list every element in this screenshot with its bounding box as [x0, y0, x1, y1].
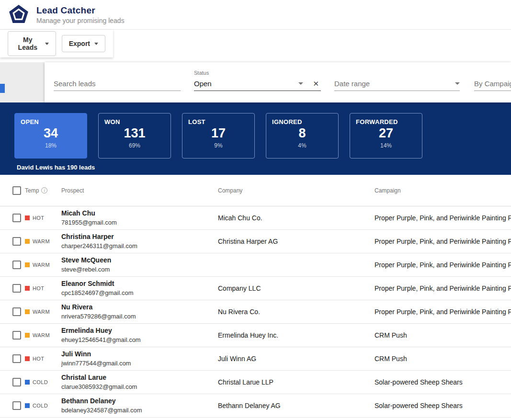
filter-strip: Status Open ✕ Date range — [0, 62, 511, 102]
toolbar-filter-zone: My Leads Export Status — [0, 30, 511, 102]
search-field — [54, 62, 181, 102]
lead-campaign: Solar-powered Sheep Shears — [375, 378, 511, 386]
chevron-down-icon — [45, 43, 49, 45]
stat-card[interactable]: OPEN 34 18% — [14, 113, 87, 159]
row-checkbox[interactable] — [12, 378, 21, 386]
lead-campaign: Proper Purple, Pink, and Periwinkle Pain… — [375, 238, 511, 245]
table-header-row: Temp i Prospect Company Campaign — [0, 175, 511, 206]
table-row[interactable]: WARM Christina Harper charper246311@gmai… — [0, 230, 511, 253]
my-leads-button[interactable]: My Leads — [8, 31, 56, 56]
lead-name: Christina Harper — [61, 232, 218, 242]
lead-company: Nu Rivera Co. — [218, 308, 375, 316]
lead-name: Steve McQueen — [61, 256, 218, 265]
table-row[interactable]: HOT Micah Chu 781955@gmail.com Micah Chu… — [0, 206, 511, 230]
row-checkbox[interactable] — [12, 237, 21, 246]
lead-name: Juli Winn — [61, 350, 218, 359]
stat-label: LOST — [188, 118, 249, 125]
lead-campaign: Solar-powered Sheep Shears — [375, 402, 511, 409]
temp-swatch-icon — [25, 239, 30, 244]
toolbar: My Leads Export — [0, 30, 113, 57]
status-select[interactable]: Open ✕ — [194, 77, 321, 91]
temp-label: COLD — [33, 403, 48, 409]
lead-campaign: Proper Purple, Pink, and Periwinkle Pain… — [375, 308, 511, 316]
status-label: Status — [194, 70, 321, 77]
app-titles: Lead Catcher Manage your promising leads — [36, 5, 125, 24]
campaign-filter-field: By Campaign — [474, 62, 511, 102]
lead-email: charper246311@gmail.com — [61, 242, 218, 250]
temp-swatch-icon — [25, 309, 30, 314]
lead-email: ehuey12546541@gmail.com — [61, 336, 218, 344]
lead-email: steve@rebel.com — [61, 265, 218, 274]
lead-company: Juli Winn AG — [218, 355, 375, 363]
temp-swatch-icon — [25, 286, 30, 291]
table-row[interactable]: WARM Nu Rivera nrivera579286@gmail.com N… — [0, 300, 511, 324]
stat-card[interactable]: IGNORED 8 4% — [266, 113, 339, 159]
temp-header: Temp — [25, 187, 39, 194]
stat-count: 27 — [356, 126, 416, 141]
date-range-field: Date range — [334, 62, 460, 102]
stat-count: 131 — [104, 126, 165, 141]
temp-label: WARM — [33, 238, 50, 244]
lead-company: Micah Chu Co. — [218, 214, 375, 222]
table-row[interactable]: WARM Ermelinda Huey ehuey12546541@gmail.… — [0, 324, 511, 347]
lead-name: Nu Rivera — [61, 303, 218, 312]
page-title: Lead Catcher — [36, 5, 125, 16]
temp-swatch-icon — [25, 380, 30, 385]
my-leads-label: My Leads — [15, 36, 41, 51]
lead-email: nrivera579286@gmail.com — [61, 312, 218, 321]
lead-name: Eleanor Schmidt — [61, 279, 218, 289]
lead-name: Ermelinda Huey — [61, 326, 218, 336]
filter-card: Status Open ✕ Date range — [45, 62, 511, 102]
leads-table: Temp i Prospect Company Campaign HOT Mic… — [0, 175, 511, 418]
lead-name: Christal Larue — [61, 373, 218, 383]
chevron-down-icon — [94, 43, 98, 45]
row-checkbox[interactable] — [12, 214, 21, 222]
lead-email: 781955@gmail.com — [61, 218, 218, 227]
status-field: Status Open ✕ — [194, 62, 321, 102]
temp-label: WARM — [33, 309, 50, 315]
table-row[interactable]: WARM Steve McQueen steve@rebel.com Prope… — [0, 253, 511, 277]
search-input[interactable] — [54, 79, 181, 88]
lead-campaign: CRM Push — [375, 355, 511, 363]
stat-percent: 69% — [104, 142, 165, 149]
stat-count: 17 — [188, 126, 249, 141]
lead-campaign: CRM Push — [375, 331, 511, 339]
lead-rows: HOT Micah Chu 781955@gmail.com Micah Chu… — [0, 206, 511, 418]
edge-blue-marker — [0, 84, 5, 93]
stat-label: WON — [104, 118, 165, 125]
table-row[interactable]: COLD Bethann Delaney bdelaney324587@gmai… — [0, 394, 511, 418]
table-row[interactable]: HOT Juli Winn jwinn777544@gmail.com Juli… — [0, 347, 511, 371]
temp-label: WARM — [33, 262, 50, 268]
temp-swatch-icon — [25, 403, 30, 408]
row-checkbox[interactable] — [12, 307, 21, 316]
row-checkbox[interactable] — [12, 261, 21, 269]
temp-label: COLD — [33, 379, 48, 385]
table-row[interactable]: COLD Christal Larue clarue3085932@gmail.… — [0, 371, 511, 394]
stat-card[interactable]: WON 131 69% — [98, 113, 171, 159]
stats-cards: OPEN 34 18% WON 131 69% LOST 17 9% IGNOR… — [14, 113, 497, 159]
row-checkbox[interactable] — [12, 331, 21, 340]
stat-percent: 14% — [356, 142, 416, 149]
table-row[interactable]: HOT Eleanor Schmidt cpc18524697@gmail.co… — [0, 277, 511, 300]
row-checkbox[interactable] — [12, 354, 21, 363]
stat-percent: 18% — [21, 142, 81, 149]
stat-card[interactable]: LOST 17 9% — [182, 113, 255, 159]
info-icon[interactable]: i — [41, 187, 47, 193]
date-range-select[interactable]: Date range — [334, 77, 460, 91]
stat-card[interactable]: FORWARDED 27 14% — [350, 113, 422, 159]
lead-email: bdelaney324587@gmail.com — [61, 406, 218, 415]
clear-status-icon[interactable]: ✕ — [313, 80, 319, 87]
row-checkbox[interactable] — [12, 284, 21, 293]
leads-summary: David Lewis has 190 leads — [14, 164, 497, 171]
lead-name: Bethann Delaney — [61, 397, 218, 406]
lead-company: Ermelinda Huey Inc. — [218, 331, 375, 339]
campaign-select[interactable]: By Campaign — [474, 77, 511, 91]
row-checkbox[interactable] — [12, 401, 21, 410]
select-all-checkbox[interactable] — [12, 186, 21, 195]
stat-label: IGNORED — [272, 118, 332, 125]
lead-campaign: Proper Purple, Pink, and Periwinkle Pain… — [375, 214, 511, 222]
lead-campaign: Proper Purple, Pink, and Periwinkle Pain… — [375, 261, 511, 269]
stat-percent: 4% — [272, 142, 332, 149]
date-range-placeholder: Date range — [334, 79, 455, 88]
export-button[interactable]: Export — [62, 35, 105, 52]
